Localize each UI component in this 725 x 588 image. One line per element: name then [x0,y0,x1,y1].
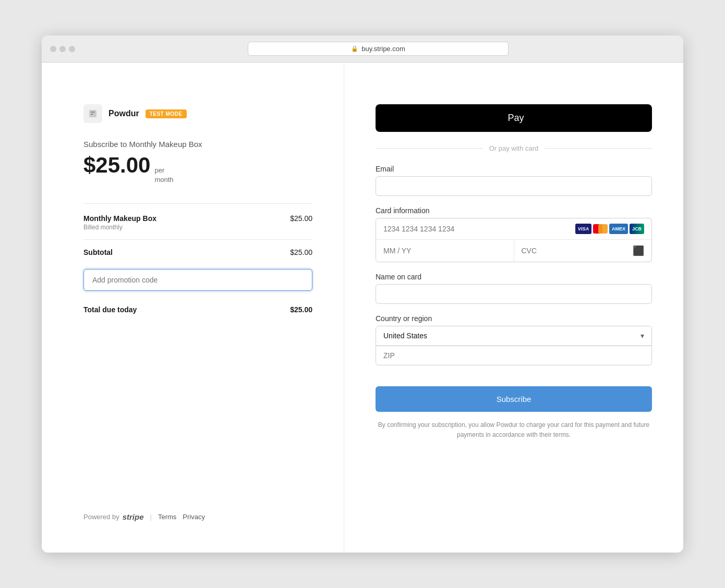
dot-green [69,46,75,52]
cvc-input-container: ⬛ [514,240,652,262]
card-bottom-row: ⬛ [376,240,651,262]
zip-input[interactable] [376,346,651,365]
email-group: Email [376,165,652,196]
total-amount: $25.00 [290,305,312,314]
divider-line-left [376,148,483,149]
apple-pay-button[interactable]: Pay [376,104,652,132]
dot-yellow [59,46,66,52]
email-label: Email [376,165,652,173]
brand-name: Powdur [108,109,139,118]
stripe-logo: stripe [123,512,144,521]
price-period: per month [154,166,173,185]
browser-dots [50,46,75,52]
name-on-card-label: Name on card [376,273,652,281]
powered-by-text: Powered by [83,513,119,521]
zip-input-container [376,346,652,365]
left-footer: Powered by stripe | Terms Privacy [83,481,312,521]
promo-code-input[interactable] [83,269,312,291]
divider-row: Or pay with card [376,144,652,152]
powered-by: Powered by stripe [83,512,144,521]
lock-icon: 🔒 [351,45,358,52]
subscription-title: Subscribe to Monthly Makeup Box [83,140,312,149]
country-select-container: United States Canada United Kingdom Aust… [376,326,652,346]
svg-rect-2 [91,114,93,115]
country-region-label: Country or region [376,314,652,323]
url-text: buy.stripe.com [361,45,405,53]
cvc-card-icon: ⬛ [633,245,644,256]
page-content: Powdur TEST MODE Subscribe to Monthly Ma… [42,63,683,553]
visa-icon: VISA [575,224,591,234]
terms-link[interactable]: Terms [158,513,176,521]
card-number-input[interactable] [383,225,571,233]
country-select-row: United States Canada United Kingdom Aust… [376,326,651,346]
expiry-input[interactable] [376,240,514,262]
brand-icon [83,104,102,123]
jcb-icon: JCB [630,224,644,234]
browser-window: 🔒 buy.stripe.com Powdur TEST MODE Subscr… [42,35,683,553]
country-region-group: Country or region United States Canada U… [376,314,652,365]
right-panel: Pay Or pay with card Email Card informat… [344,63,683,553]
svg-rect-1 [91,112,95,113]
line-item-label: Monthly Makeup Box [83,214,156,223]
address-bar: 🔒 buy.stripe.com [248,42,509,56]
total-row: Total due today $25.00 [83,303,312,314]
left-panel: Powdur TEST MODE Subscribe to Monthly Ma… [42,63,344,553]
country-select[interactable]: United States Canada United Kingdom Aust… [383,332,641,340]
name-on-card-input[interactable] [376,284,652,304]
subtotal-amount: $25.00 [290,248,312,256]
browser-toolbar: 🔒 buy.stripe.com [42,35,683,63]
divider-text: Or pay with card [489,144,539,152]
divider-line-right [545,148,652,149]
card-number-row: VISA AMEX JCB [376,218,651,240]
card-icons-container: VISA AMEX JCB [575,224,644,234]
price-row: $25.00 per month [83,153,312,185]
line-items: Monthly Makeup Box Billed monthly $25.00 [83,203,312,233]
subscribe-button[interactable]: Subscribe [376,386,652,412]
promo-input-container [83,269,312,291]
name-on-card-group: Name on card [376,273,652,304]
brand-header: Powdur TEST MODE [83,104,312,123]
total-label: Total due today [83,305,137,314]
email-input[interactable] [376,176,652,196]
test-mode-badge: TEST MODE [146,109,187,118]
subtotal-label: Subtotal [83,248,113,256]
consent-text: By confirming your subscription, you all… [376,420,652,440]
footer-divider: | [150,513,152,521]
card-information-group: Card information VISA AMEX JCB [376,206,652,262]
card-information-label: Card information [376,206,652,215]
line-item: Monthly Makeup Box Billed monthly $25.00 [83,214,312,231]
line-item-info: Monthly Makeup Box Billed monthly [83,214,156,231]
dot-red [50,46,56,52]
amex-icon: AMEX [609,224,628,234]
subtotal-row: Subtotal $25.00 [83,239,312,265]
privacy-link[interactable]: Privacy [183,513,205,521]
apple-pay-label: Pay [508,113,524,124]
price-amount: $25.00 [83,153,150,178]
line-item-amount: $25.00 [290,214,312,223]
line-item-sublabel: Billed monthly [83,224,156,231]
mastercard-icon [593,224,608,234]
card-info-container: VISA AMEX JCB ⬛ [376,218,652,262]
chevron-down-icon: ▾ [641,332,644,340]
cvc-input[interactable] [522,247,629,255]
